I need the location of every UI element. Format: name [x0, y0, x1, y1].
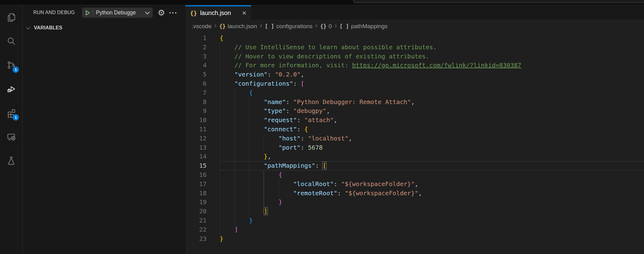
command-center[interactable] — [353, 0, 644, 3]
breadcrumb-item-configurations[interactable]: [ ]configurations — [265, 23, 313, 30]
code-lines: 1{2 // Use IntelliSense to learn about p… — [185, 34, 644, 243]
breadcrumb-item-launch.json[interactable]: {}launch.json — [219, 23, 257, 30]
debug-config-picker[interactable]: Python Debugge — [82, 8, 153, 18]
token: , — [415, 180, 418, 188]
line-number[interactable]: 15 — [185, 161, 207, 170]
code-line[interactable]: 18 "remoteRoot": "${workspaceFolder}", — [185, 189, 644, 198]
line-content: "type": "debugpy", — [220, 106, 644, 116]
code-line[interactable]: 20 ] — [185, 207, 644, 216]
code-line[interactable]: 23} — [185, 234, 644, 244]
indent-guide — [234, 216, 235, 225]
breadcrumb-label: launch.json — [228, 23, 257, 30]
debug-settings-button[interactable]: ⚙ — [156, 8, 167, 18]
token: : — [286, 98, 293, 106]
indent-guide — [234, 116, 235, 125]
code-text: "port": 5678 — [220, 144, 323, 151]
code-line[interactable]: 6 "configurations": [ — [185, 79, 644, 88]
code-text: ] — [220, 207, 268, 215]
line-number[interactable]: 3 — [185, 52, 207, 61]
code-line[interactable]: 21 } — [185, 216, 644, 225]
line-number[interactable]: 12 — [185, 134, 207, 143]
code-line[interactable]: 11 "connect": { — [185, 125, 644, 134]
line-content: ] — [220, 225, 644, 234]
line-number[interactable]: 18 — [185, 189, 207, 198]
token: : — [297, 116, 304, 124]
indent-guide — [249, 189, 249, 198]
close-tab-icon[interactable]: ✕ — [242, 10, 247, 17]
indent-guide — [264, 189, 264, 198]
json-file-icon: {} — [190, 10, 197, 17]
code-text: "connect": { — [220, 125, 308, 133]
array-symbol-icon: [ ] — [339, 23, 349, 29]
line-number[interactable]: 22 — [185, 225, 207, 234]
code-line[interactable]: 2 // Use IntelliSense to learn about pos… — [185, 43, 644, 52]
line-number[interactable]: 5 — [185, 70, 207, 79]
breadcrumb-item-pathMappings[interactable]: [ ]pathMappings — [339, 23, 387, 30]
token: ] — [234, 226, 238, 233]
token: } — [220, 235, 223, 242]
code-editor[interactable]: 1{2 // Use IntelliSense to learn about p… — [185, 34, 644, 254]
code-line[interactable]: 19 } — [185, 198, 644, 207]
play-icon — [84, 9, 91, 16]
activity-item-source-control[interactable]: 1 — [0, 53, 22, 77]
line-number[interactable]: 8 — [185, 98, 207, 107]
code-line[interactable]: 8 "name": "Python Debugger: Remote Attac… — [185, 98, 644, 107]
activity-item-extensions[interactable]: 1 — [0, 101, 22, 125]
line-number[interactable]: 14 — [185, 152, 207, 161]
line-content: "name": "Python Debugger: Remote Attach"… — [220, 98, 644, 107]
line-content: }, — [220, 152, 644, 161]
code-line[interactable]: 10 "request": "attach", — [185, 116, 644, 125]
start-debugging-button[interactable] — [82, 8, 93, 18]
line-number[interactable]: 1 — [185, 34, 207, 43]
line-number[interactable]: 19 — [185, 198, 207, 207]
line-number[interactable]: 16 — [185, 170, 207, 180]
line-number[interactable]: 13 — [185, 143, 207, 152]
ellipsis-icon: ··· — [169, 9, 177, 17]
tab-launch-json[interactable]: {} launch.json ✕ — [185, 5, 251, 20]
code-line[interactable]: 22 ] — [185, 225, 644, 234]
line-number[interactable]: 17 — [185, 180, 207, 189]
activity-item-remote-explorer[interactable] — [0, 125, 22, 148]
line-number[interactable]: 7 — [185, 88, 207, 98]
code-line[interactable]: 5 "version": "0.2.0", — [185, 70, 644, 79]
object-symbol-icon: {} — [219, 23, 225, 29]
code-line[interactable]: 17 "localRoot": "${workspaceFolder}", — [185, 180, 644, 189]
variables-section-header[interactable]: VARIABLES — [23, 23, 185, 33]
line-content: "request": "attach", — [220, 116, 644, 125]
code-line[interactable]: 1{ — [185, 34, 644, 43]
code-line[interactable]: 7 { — [185, 88, 644, 98]
line-number[interactable]: 10 — [185, 116, 207, 125]
activity-item-run-and-debug[interactable] — [0, 77, 22, 101]
views-more-actions-button[interactable]: ··· — [168, 8, 179, 20]
indent-guide — [249, 116, 249, 125]
line-number[interactable]: 6 — [185, 79, 207, 88]
code-text: "remoteRoot": "${workspaceFolder}", — [220, 189, 422, 197]
activity-item-testing[interactable] — [0, 148, 22, 172]
code-line[interactable]: 15 "pathMappings": [ — [185, 161, 644, 170]
line-number[interactable]: 11 — [185, 125, 207, 134]
line-number[interactable]: 21 — [185, 216, 207, 225]
token: , — [418, 189, 422, 197]
comment-link[interactable]: https://go.microsoft.com/fwlink/?linkid=… — [352, 62, 521, 69]
token: "remoteRoot" — [293, 189, 338, 197]
code-line[interactable]: 4 // For more information, visit: https:… — [185, 61, 644, 70]
section-label: VARIABLES — [34, 25, 62, 31]
line-number[interactable]: 20 — [185, 207, 207, 216]
breadcrumb-item-.vscode[interactable]: .vscode — [192, 23, 211, 30]
code-line[interactable]: 13 "port": 5678 — [185, 143, 644, 152]
line-number[interactable]: 9 — [185, 106, 207, 116]
indent-guide — [220, 98, 220, 107]
line-number[interactable]: 4 — [185, 61, 207, 70]
code-line[interactable]: 14 }, — [185, 152, 644, 161]
code-line[interactable]: 16 { — [185, 170, 644, 180]
line-content: { — [220, 34, 644, 43]
code-line[interactable]: 9 "type": "debugpy", — [185, 106, 644, 116]
indent-guide — [234, 207, 235, 216]
line-number[interactable]: 23 — [185, 234, 207, 244]
code-line[interactable]: 12 "host": "localhost", — [185, 134, 644, 143]
activity-item-search[interactable] — [0, 29, 22, 53]
activity-item-explorer[interactable] — [0, 5, 22, 29]
breadcrumb-item-0[interactable]: {}0 — [320, 23, 332, 30]
line-number[interactable]: 2 — [185, 43, 207, 52]
code-line[interactable]: 3 // Hover to view descriptions of exist… — [185, 52, 644, 61]
